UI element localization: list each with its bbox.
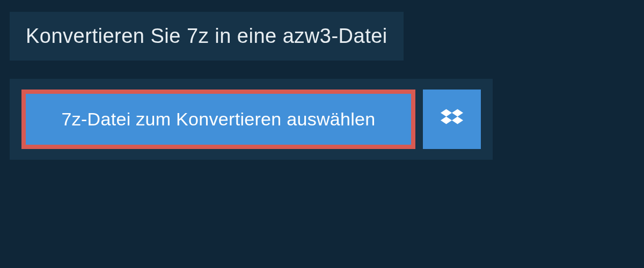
select-file-button[interactable]: 7z-Datei zum Konvertieren auswählen <box>21 90 415 149</box>
dropbox-button[interactable] <box>423 90 481 149</box>
button-panel: 7z-Datei zum Konvertieren auswählen <box>10 79 493 160</box>
select-file-label: 7z-Datei zum Konvertieren auswählen <box>61 109 375 129</box>
dropbox-icon <box>441 107 463 132</box>
page-title: Konvertieren Sie 7z in eine azw3-Datei <box>26 25 387 48</box>
header-bar: Konvertieren Sie 7z in eine azw3-Datei <box>10 12 404 61</box>
